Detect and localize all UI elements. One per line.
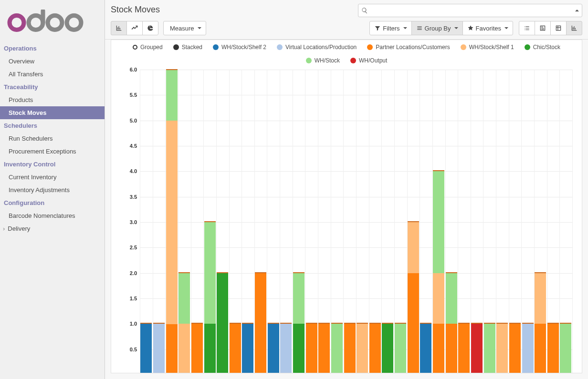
bar-segment[interactable] (357, 324, 368, 373)
bar-column[interactable] (458, 70, 471, 373)
bar-column[interactable] (420, 70, 432, 373)
search-box[interactable] (358, 4, 582, 17)
list-view-button[interactable] (519, 21, 535, 35)
filters-button[interactable]: Filters (369, 21, 411, 35)
legend-series[interactable]: WH/Stock/Shelf 1 (461, 44, 514, 51)
bar-column[interactable] (509, 70, 522, 373)
bar-segment[interactable] (382, 324, 393, 373)
bar-segment[interactable] (204, 324, 216, 373)
bar-segment[interactable] (166, 121, 178, 324)
favorites-button[interactable]: Favorites (462, 21, 513, 35)
bar-segment[interactable] (280, 324, 292, 373)
bar-column[interactable] (394, 70, 407, 373)
nav-delivery[interactable]: Delivery (0, 222, 105, 235)
bar-segment[interactable] (433, 273, 444, 324)
bar-column[interactable] (267, 70, 280, 373)
legend-grouped[interactable]: Grouped (133, 44, 163, 51)
bar-column[interactable] (343, 70, 356, 373)
bar-segment[interactable] (166, 70, 178, 121)
graph-view-button[interactable] (566, 21, 582, 35)
bar-column[interactable] (521, 70, 534, 373)
legend-stacked[interactable]: Stacked (173, 44, 202, 51)
legend-series[interactable]: Chic/Stock (525, 44, 560, 51)
bar-column[interactable] (191, 70, 204, 373)
bar-segment[interactable] (471, 324, 483, 373)
nav-inventory-adjustments[interactable]: Inventory Adjustments (0, 184, 105, 196)
bar-chart-button[interactable] (111, 21, 127, 35)
nav-stock-moves[interactable]: Stock Moves (0, 106, 105, 119)
bar-column[interactable] (496, 70, 509, 373)
bar-segment[interactable] (446, 324, 457, 373)
search-input[interactable] (371, 7, 573, 14)
bar-segment[interactable] (230, 324, 241, 373)
legend-series[interactable]: Partner Locations/Customers (367, 44, 450, 51)
bar-column[interactable] (534, 70, 547, 373)
bar-column[interactable] (318, 70, 331, 373)
line-chart-button[interactable] (126, 21, 143, 35)
bar-segment[interactable] (535, 324, 546, 373)
bar-column[interactable] (331, 70, 344, 373)
bar-column[interactable] (178, 70, 191, 373)
bar-column[interactable] (229, 70, 242, 373)
pivot-view-button[interactable] (550, 21, 567, 35)
bar-segment[interactable] (547, 324, 559, 373)
bar-column[interactable] (432, 70, 445, 373)
bar-segment[interactable] (509, 324, 521, 373)
search-expand-icon[interactable] (575, 10, 579, 11)
nav-barcode-nomenclatures[interactable]: Barcode Nomenclatures (0, 209, 105, 222)
bar-segment[interactable] (522, 324, 534, 373)
bar-segment[interactable] (408, 222, 419, 273)
bar-column[interactable] (471, 70, 483, 373)
bar-segment[interactable] (344, 324, 356, 373)
bar-segment[interactable] (178, 273, 190, 324)
bar-segment[interactable] (420, 324, 431, 373)
bar-column[interactable] (369, 70, 382, 373)
bar-column[interactable] (165, 70, 178, 373)
bar-segment[interactable] (484, 324, 495, 373)
pie-chart-button[interactable] (142, 21, 158, 35)
nav-current-inventory[interactable]: Current Inventory (0, 171, 105, 184)
bar-segment[interactable] (433, 171, 444, 273)
bar-segment[interactable] (191, 324, 203, 373)
bar-column[interactable] (254, 70, 267, 373)
bar-segment[interactable] (255, 273, 266, 373)
bar-segment[interactable] (293, 324, 304, 373)
measure-button[interactable]: Measure (163, 21, 206, 35)
bar-segment[interactable] (306, 324, 317, 373)
bar-column[interactable] (140, 70, 153, 373)
bar-segment[interactable] (369, 324, 381, 373)
bar-column[interactable] (445, 70, 458, 373)
legend-series[interactable]: WH/Stock (306, 57, 340, 64)
nav-overview[interactable]: Overview (0, 55, 105, 68)
bar-column[interactable] (280, 70, 293, 373)
bar-column[interactable] (547, 70, 560, 373)
bar-column[interactable] (483, 70, 496, 373)
bar-segment[interactable] (395, 324, 406, 373)
bar-segment[interactable] (140, 324, 152, 373)
bar-segment[interactable] (204, 222, 216, 324)
bar-column[interactable] (559, 70, 572, 373)
bar-segment[interactable] (242, 324, 253, 373)
bar-column[interactable] (153, 70, 166, 373)
legend-series[interactable]: WH/Output (350, 57, 387, 64)
bar-column[interactable] (216, 70, 229, 373)
nav-products[interactable]: Products (0, 93, 105, 106)
bar-segment[interactable] (408, 273, 419, 373)
legend-series[interactable]: Virtual Locations/Production (277, 44, 357, 51)
bar-segment[interactable] (560, 324, 571, 373)
bar-segment[interactable] (153, 324, 165, 373)
form-view-button[interactable] (535, 21, 551, 35)
bar-column[interactable] (305, 70, 318, 373)
bar-segment[interactable] (268, 324, 279, 373)
bar-segment[interactable] (496, 324, 508, 373)
bar-segment[interactable] (166, 324, 178, 374)
nav-procurement-exceptions[interactable]: Procurement Exceptions (0, 145, 105, 158)
bar-column[interactable] (203, 70, 216, 373)
groupby-button[interactable]: Group By (411, 21, 463, 35)
bar-segment[interactable] (217, 273, 228, 373)
bar-segment[interactable] (293, 273, 304, 324)
bar-segment[interactable] (178, 324, 190, 373)
bar-column[interactable] (381, 70, 394, 373)
bar-segment[interactable] (458, 324, 470, 373)
bar-segment[interactable] (446, 273, 457, 324)
